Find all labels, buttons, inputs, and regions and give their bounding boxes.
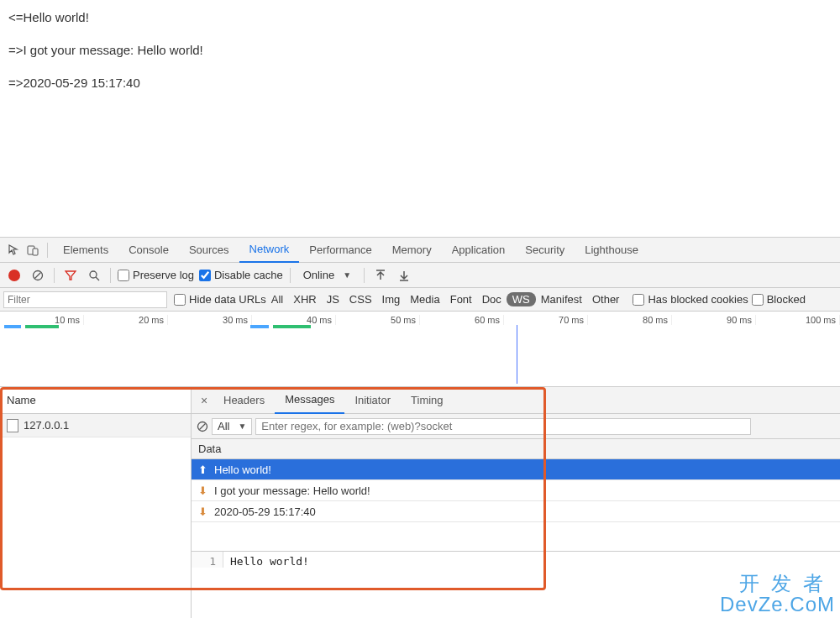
tab-performance[interactable]: Performance	[299, 238, 381, 263]
type-all[interactable]: All	[266, 293, 288, 306]
svg-line-3	[35, 272, 41, 278]
separator	[364, 268, 365, 283]
tick: 80 ms	[588, 315, 672, 325]
tick: 100 ms	[756, 315, 840, 325]
record-button[interactable]	[5, 266, 24, 285]
message-row[interactable]: ⬇ I got your message: Hello world!	[192, 480, 840, 501]
search-icon[interactable]	[85, 266, 103, 285]
upload-icon[interactable]	[371, 266, 390, 285]
filter-icon[interactable]	[61, 266, 80, 285]
tab-memory[interactable]: Memory	[382, 238, 442, 263]
tick: 20 ms	[84, 315, 168, 325]
preview-code: Hello world!	[223, 552, 316, 568]
type-other[interactable]: Other	[587, 293, 625, 306]
filter-input[interactable]	[3, 291, 167, 308]
type-css[interactable]: CSS	[344, 293, 377, 306]
messages-toolbar: All ▼	[192, 414, 840, 439]
tab-security[interactable]: Security	[515, 238, 575, 263]
disable-cache-label: Disable cache	[214, 269, 283, 281]
request-list: Name 127.0.0.1	[0, 387, 192, 618]
request-list-header[interactable]: Name	[0, 387, 191, 414]
dtab-messages[interactable]: Messages	[275, 387, 344, 414]
file-icon	[7, 419, 18, 432]
download-icon[interactable]	[395, 266, 413, 285]
type-font[interactable]: Font	[445, 293, 477, 306]
tick: 30 ms	[168, 315, 252, 325]
arrow-down-icon: ⬇	[198, 505, 207, 518]
svg-rect-1	[33, 249, 38, 255]
device-toggle-icon[interactable]	[24, 241, 42, 259]
type-media[interactable]: Media	[405, 293, 444, 306]
type-manifest[interactable]: Manifest	[536, 293, 587, 306]
message-text: Hello world!	[214, 464, 271, 476]
message-text: 2020-05-29 15:17:40	[214, 505, 316, 518]
message-type-select[interactable]: All ▼	[212, 418, 252, 435]
dtab-initiator[interactable]: Initiator	[344, 387, 401, 414]
network-toolbar: Preserve log Disable cache Online ▼	[0, 263, 840, 288]
message-preview: 1 Hello world!	[192, 551, 840, 576]
clear-messages-icon[interactable]	[197, 421, 208, 432]
tab-application[interactable]: Application	[442, 238, 516, 263]
preserve-log-checkbox[interactable]: Preserve log	[118, 269, 194, 281]
message-row[interactable]: ⬇ 2020-05-29 15:17:40	[192, 501, 840, 522]
throttle-select[interactable]: Online ▼	[297, 266, 357, 285]
tab-sources[interactable]: Sources	[179, 238, 239, 263]
type-img[interactable]: Img	[377, 293, 406, 306]
network-filter-bar: Hide data URLs All XHR JS CSS Img Media …	[0, 288, 840, 312]
svg-line-5	[96, 277, 99, 280]
dtab-headers[interactable]: Headers	[213, 387, 275, 414]
type-js[interactable]: JS	[322, 293, 344, 306]
network-timeline[interactable]: 10 ms 20 ms 30 ms 40 ms 50 ms 60 ms 70 m…	[0, 312, 840, 387]
blocked-checkbox[interactable]: Blocked	[752, 293, 806, 306]
timeline-bar	[25, 325, 59, 328]
tab-lighthouse[interactable]: Lighthouse	[575, 238, 648, 263]
dtab-timing[interactable]: Timing	[401, 387, 454, 414]
blocked-cookies-label: Has blocked cookies	[648, 293, 748, 306]
preview-gutter: 1	[192, 552, 223, 568]
throttle-label: Online	[303, 269, 335, 281]
hide-data-urls-checkbox[interactable]: Hide data URLs	[174, 293, 266, 306]
message-regex-input[interactable]	[255, 418, 751, 435]
type-ws[interactable]: WS	[507, 292, 536, 306]
tick: 70 ms	[504, 315, 588, 325]
timeline-bar	[4, 325, 21, 328]
timeline-bar	[273, 325, 311, 328]
arrow-up-icon: ⬆	[198, 464, 207, 476]
clear-icon[interactable]	[29, 266, 47, 285]
separator	[54, 268, 55, 283]
message-text: I got your message: Hello world!	[214, 484, 370, 497]
type-xhr[interactable]: XHR	[288, 293, 321, 306]
disable-cache-checkbox[interactable]: Disable cache	[199, 269, 283, 281]
tab-elements[interactable]: Elements	[53, 238, 118, 263]
message-row[interactable]: ⬆ Hello world!	[192, 459, 840, 480]
svg-line-7	[200, 423, 206, 429]
inspect-icon[interactable]	[5, 241, 24, 259]
request-split: Name 127.0.0.1 × Headers Messages Initia…	[0, 387, 840, 618]
messages-data-header[interactable]: Data	[192, 439, 840, 459]
request-details: × Headers Messages Initiator Timing All …	[192, 387, 840, 618]
details-tabs: × Headers Messages Initiator Timing	[192, 387, 840, 414]
chevron-down-icon: ▼	[238, 422, 246, 431]
tick: 50 ms	[336, 315, 420, 325]
tick: 60 ms	[420, 315, 504, 325]
page-line: =>2020-05-29 15:17:40	[8, 74, 832, 92]
svg-point-4	[90, 271, 97, 278]
timeline-marker	[517, 325, 517, 384]
request-item[interactable]: 127.0.0.1	[0, 414, 191, 437]
page-line: =>I got your message: Hello world!	[8, 41, 832, 59]
tab-network[interactable]: Network	[239, 238, 300, 263]
tick: 90 ms	[672, 315, 756, 325]
separator	[47, 243, 48, 258]
close-icon[interactable]: ×	[195, 391, 213, 410]
blocked-cookies-checkbox[interactable]: Has blocked cookies	[633, 293, 748, 306]
page-content: <=Hello world! =>I got your message: Hel…	[0, 0, 840, 237]
tab-console[interactable]: Console	[118, 238, 179, 263]
blocked-label: Blocked	[767, 293, 806, 306]
type-doc[interactable]: Doc	[477, 293, 507, 306]
hide-data-urls-label: Hide data URLs	[189, 293, 266, 306]
timeline-bar	[250, 325, 269, 328]
arrow-down-icon: ⬇	[198, 484, 207, 497]
request-name: 127.0.0.1	[24, 419, 69, 432]
devtools-tabs: Elements Console Sources Network Perform…	[0, 238, 840, 263]
preserve-log-label: Preserve log	[133, 269, 194, 281]
